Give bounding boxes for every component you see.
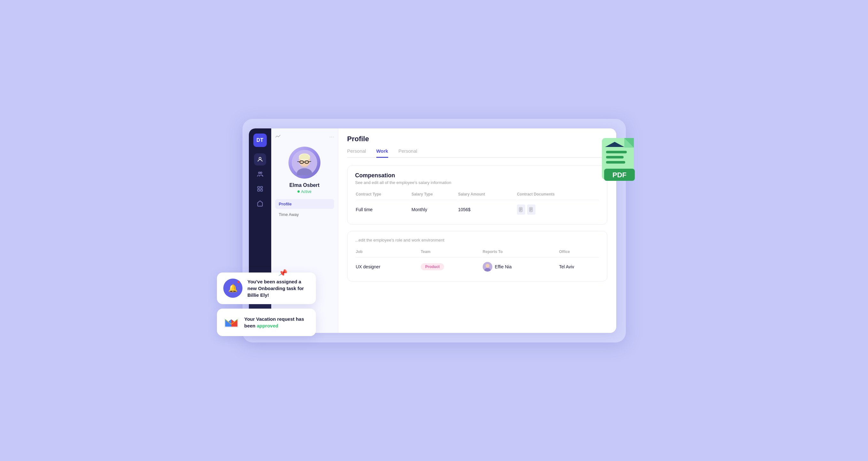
employee-status: Active	[275, 189, 334, 194]
col-reports-to: Reports To	[483, 249, 558, 257]
tab-personal-1[interactable]: Personal	[347, 148, 366, 157]
sidebar-item-profile[interactable]	[254, 153, 266, 165]
compensation-desc: See and edit all of the employee's salar…	[355, 180, 599, 185]
trend-icon	[275, 134, 281, 139]
role-section: ...edit the employee's role and work env…	[347, 231, 607, 281]
role-table: Job Team Reports To Office UX designer P…	[355, 249, 599, 275]
svg-point-36	[486, 264, 489, 268]
office-value: Tel Aviv	[559, 258, 599, 274]
svg-rect-4	[606, 156, 624, 158]
more-icon[interactable]: ···	[329, 133, 334, 140]
col-contract-docs: Contract Documents	[517, 192, 598, 200]
svg-text:PDF: PDF	[613, 171, 626, 179]
doc-icon-2[interactable]	[527, 205, 535, 215]
reports-to-value: Effie Nia	[483, 258, 558, 274]
pdf-icon: PDF	[600, 138, 639, 183]
job-value: UX designer	[356, 258, 421, 274]
nav-item-profile[interactable]: Profile	[275, 199, 334, 209]
reports-to-cell: Effie Nia	[483, 262, 558, 272]
notification-card-1: 📌 🔔 You've been assigned a new Onboardin…	[217, 273, 316, 304]
col-contract-type: Contract Type	[356, 192, 411, 200]
profile-tabs: Personal Work Personal	[347, 148, 607, 158]
salary-amount-value: 1056$	[458, 201, 516, 217]
page-title: Profile	[347, 135, 607, 143]
salary-type-value: Monthly	[411, 201, 458, 217]
status-dot	[298, 190, 300, 193]
sidebar-item-grid[interactable]	[254, 183, 266, 195]
pin-icon: 📌	[278, 268, 287, 277]
employee-name: Elma Osbert	[275, 182, 334, 188]
notification-card-2: Your Vacation request has been approved	[217, 309, 316, 336]
nav-item-timeaway[interactable]: Time Away	[275, 210, 334, 219]
team-badge: Product	[421, 263, 444, 270]
avatar	[288, 147, 320, 179]
col-salary-type: Salary Type	[411, 192, 458, 200]
svg-rect-16	[260, 189, 262, 191]
svg-point-12	[260, 172, 261, 174]
team-value: Product	[421, 258, 482, 274]
svg-line-25	[298, 161, 300, 162]
col-office: Office	[559, 249, 599, 257]
compensation-table: Contract Type Salary Type Salary Amount …	[355, 191, 599, 218]
sidebar-logo: DT	[253, 133, 267, 147]
contract-docs-value	[517, 201, 598, 217]
col-team: Team	[421, 249, 482, 257]
sidebar-item-settings[interactable]	[254, 197, 266, 210]
compensation-section: Compensation See and edit all of the emp…	[347, 165, 607, 224]
main-content: Profile Personal Work Personal Compensat…	[338, 128, 616, 333]
outer-container: PDF 📌 🔔 You've been assigned a new Onboa…	[243, 119, 626, 342]
reports-name: Effie Nia	[495, 264, 512, 269]
role-desc-text: ...edit the employee's role and work env…	[355, 238, 444, 243]
contract-type-value: Full time	[356, 201, 411, 217]
notification-dot	[237, 280, 240, 284]
notification-text-1: You've been assigned a new Onboarding ta…	[248, 278, 310, 298]
tab-work[interactable]: Work	[376, 148, 388, 158]
sidebar-item-team[interactable]	[254, 168, 266, 180]
svg-point-10	[259, 157, 261, 159]
svg-rect-13	[257, 186, 259, 188]
svg-point-11	[258, 172, 260, 174]
svg-rect-14	[260, 186, 262, 188]
role-desc: ...edit the employee's role and work env…	[355, 238, 599, 243]
tab-personal-2[interactable]: Personal	[398, 148, 417, 157]
col-salary-amount: Salary Amount	[458, 192, 516, 200]
svg-rect-15	[257, 189, 259, 191]
col-job: Job	[356, 249, 421, 257]
header-icons: ···	[329, 133, 334, 140]
gmail-icon	[223, 314, 239, 330]
role-row: UX designer Product	[356, 258, 599, 274]
bell-icon: 🔔	[223, 279, 243, 298]
compensation-row: Full time Monthly 1056$	[356, 201, 599, 217]
left-panel-header: ···	[275, 133, 334, 140]
reports-avatar	[483, 262, 492, 272]
svg-rect-5	[606, 161, 625, 163]
doc-icon-1[interactable]	[517, 205, 525, 215]
svg-rect-3	[606, 151, 627, 153]
doc-icons	[517, 205, 598, 215]
compensation-title: Compensation	[355, 172, 599, 179]
approved-label: approved	[257, 323, 279, 329]
notification-text-2: Your Vacation request has been approved	[244, 316, 310, 329]
